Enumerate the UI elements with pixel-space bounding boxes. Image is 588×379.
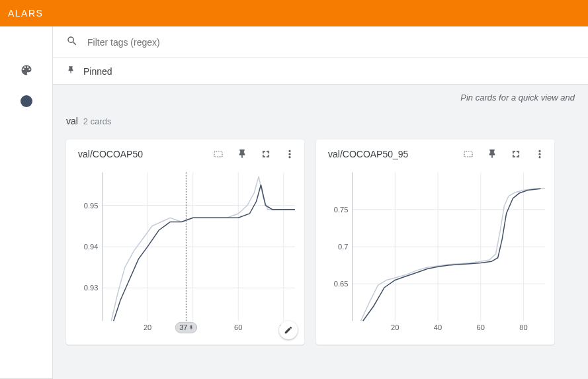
pin-icon bbox=[66, 65, 75, 77]
svg-text:60: 60 bbox=[234, 323, 242, 331]
svg-text:40: 40 bbox=[434, 323, 442, 331]
svg-point-24 bbox=[539, 153, 541, 155]
fit-domain-icon[interactable] bbox=[213, 149, 224, 159]
pinned-label: Pinned bbox=[83, 66, 112, 77]
section-header[interactable]: val 2 cards bbox=[53, 109, 588, 132]
palette-icon[interactable] bbox=[20, 63, 33, 77]
app-header: ALARS bbox=[0, 0, 588, 26]
main-content: Pinned Pin cards for a quick view and va… bbox=[53, 26, 588, 379]
svg-text:20: 20 bbox=[144, 323, 151, 331]
fullscreen-icon[interactable] bbox=[511, 149, 521, 159]
chart-card: val/COCOAP50 0.930.940.952040608037 bbox=[66, 140, 304, 345]
more-options-icon[interactable] bbox=[534, 149, 545, 159]
pinned-hint-text: Pin cards for a quick view and bbox=[53, 85, 588, 109]
fullscreen-icon[interactable] bbox=[261, 149, 271, 159]
chart-plot-area[interactable]: 0.650.70.7520406080 bbox=[316, 165, 554, 345]
svg-text:0.75: 0.75 bbox=[334, 206, 349, 214]
run-color-dot-icon[interactable] bbox=[21, 95, 32, 107]
edit-fab-icon[interactable] bbox=[279, 321, 298, 339]
pinned-section-header[interactable]: Pinned bbox=[53, 58, 588, 85]
svg-text:20: 20 bbox=[391, 323, 399, 331]
section-name: val bbox=[66, 116, 78, 126]
svg-text:37: 37 bbox=[179, 323, 187, 331]
svg-text:0.7: 0.7 bbox=[338, 243, 348, 251]
chart-title: val/COCOAP50 bbox=[78, 149, 213, 159]
svg-point-23 bbox=[539, 150, 541, 152]
svg-point-3 bbox=[289, 156, 291, 158]
header-tab-label[interactable]: ALARS bbox=[8, 8, 43, 19]
svg-text:0.95: 0.95 bbox=[84, 202, 99, 210]
chart-card: val/COCOAP50_95 0.650.70.7520406080 bbox=[316, 140, 554, 345]
section-count: 2 cards bbox=[83, 116, 112, 126]
filter-input[interactable] bbox=[87, 37, 575, 48]
svg-point-1 bbox=[289, 150, 291, 152]
svg-point-2 bbox=[289, 153, 291, 155]
pin-card-icon[interactable] bbox=[487, 149, 497, 159]
more-options-icon[interactable] bbox=[284, 149, 295, 159]
filter-bar bbox=[53, 26, 588, 58]
svg-text:0.94: 0.94 bbox=[84, 243, 99, 251]
fit-domain-icon[interactable] bbox=[463, 149, 474, 159]
svg-text:80: 80 bbox=[519, 323, 527, 331]
cards-container: val/COCOAP50 0.930.940.952040608037 bbox=[53, 132, 588, 353]
svg-text:60: 60 bbox=[477, 323, 485, 331]
search-icon bbox=[66, 35, 78, 50]
left-sidebar bbox=[0, 26, 53, 379]
svg-rect-0 bbox=[214, 151, 222, 157]
chart-title: val/COCOAP50_95 bbox=[328, 149, 463, 159]
svg-text:0.65: 0.65 bbox=[334, 280, 349, 288]
svg-rect-22 bbox=[464, 151, 472, 157]
pin-card-icon[interactable] bbox=[237, 149, 247, 159]
svg-text:0.93: 0.93 bbox=[84, 284, 99, 292]
svg-point-25 bbox=[539, 156, 541, 158]
chart-plot-area[interactable]: 0.930.940.952040608037 bbox=[66, 165, 304, 345]
